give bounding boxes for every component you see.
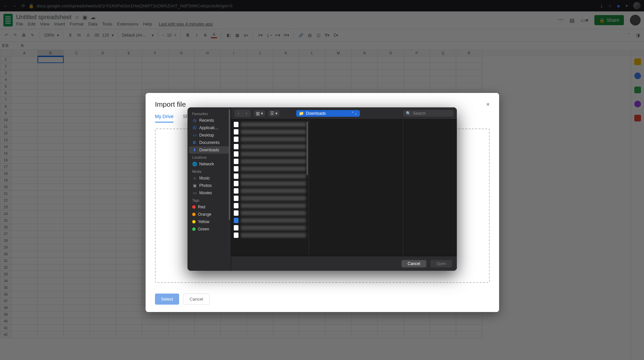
cell[interactable] <box>116 224 142 231</box>
undo-icon[interactable]: ↶ <box>3 33 9 38</box>
row-header[interactable]: 5 <box>0 83 11 90</box>
italic-icon[interactable]: I <box>194 33 200 38</box>
row-header[interactable]: 25 <box>0 217 11 224</box>
row-header[interactable]: 23 <box>0 204 11 211</box>
cell[interactable] <box>11 305 38 311</box>
cell[interactable] <box>90 83 116 90</box>
star-icon[interactable]: ☆ <box>608 3 612 8</box>
cell[interactable] <box>64 150 90 157</box>
cell[interactable] <box>299 325 325 331</box>
finder-file-row[interactable] <box>232 180 308 187</box>
last-edit-link[interactable]: Last edit was 4 minutes ago <box>159 21 213 27</box>
comments-icon[interactable]: ▤ <box>570 17 575 23</box>
cell[interactable] <box>90 90 116 97</box>
menu-data[interactable]: Data <box>88 21 97 27</box>
cell[interactable] <box>38 238 64 244</box>
cell[interactable] <box>404 331 430 338</box>
row-header[interactable]: 26 <box>0 224 11 231</box>
cell[interactable] <box>64 197 90 204</box>
cell[interactable] <box>247 63 273 70</box>
cell[interactable] <box>38 197 64 204</box>
row-header[interactable]: 1 <box>0 56 11 63</box>
cell[interactable] <box>352 76 378 83</box>
cell[interactable] <box>38 144 64 150</box>
cell[interactable] <box>116 170 142 177</box>
row-header[interactable]: 24 <box>0 211 11 217</box>
row-header[interactable]: 4 <box>0 76 11 83</box>
cell[interactable] <box>11 258 38 264</box>
row-header[interactable]: 10 <box>0 117 11 123</box>
cell[interactable] <box>90 197 116 204</box>
menu-edit[interactable]: Edit <box>28 21 35 27</box>
cell[interactable] <box>11 211 38 217</box>
cell[interactable] <box>116 191 142 197</box>
cell[interactable] <box>90 311 116 318</box>
cell[interactable] <box>11 224 38 231</box>
import-tab-my-drive[interactable]: My Drive <box>155 114 173 122</box>
cell[interactable] <box>38 264 64 271</box>
cell[interactable] <box>456 70 482 76</box>
cell[interactable] <box>90 325 116 331</box>
cell[interactable] <box>11 291 38 298</box>
cell[interactable] <box>11 177 38 184</box>
cell[interactable] <box>168 83 195 90</box>
cloud-status-icon[interactable]: ☁ <box>91 14 96 20</box>
cell[interactable] <box>404 63 430 70</box>
merge-icon[interactable]: ⧈▾ <box>243 33 249 38</box>
cell[interactable] <box>90 123 116 130</box>
row-header[interactable]: 17 <box>0 164 11 170</box>
cell[interactable] <box>116 56 142 63</box>
activity-icon[interactable]: 〰 <box>558 17 564 23</box>
col-header-O[interactable]: O <box>378 50 404 56</box>
finder-file-row[interactable] <box>232 202 308 209</box>
cell[interactable] <box>430 325 456 331</box>
functions-icon[interactable]: Σ▾ <box>333 33 339 38</box>
cell[interactable] <box>90 184 116 191</box>
cell[interactable] <box>116 83 142 90</box>
cell[interactable] <box>195 76 221 83</box>
cell[interactable] <box>142 63 168 70</box>
cell[interactable] <box>11 238 38 244</box>
cell[interactable] <box>116 130 142 137</box>
finder-file-row[interactable] <box>232 143 308 150</box>
cell[interactable] <box>116 278 142 285</box>
cell[interactable] <box>352 63 378 70</box>
cell[interactable] <box>221 318 247 325</box>
finder-file-row[interactable] <box>232 232 308 239</box>
cell[interactable] <box>299 311 325 318</box>
cell[interactable] <box>64 63 90 70</box>
finder-file-row[interactable] <box>232 224 308 232</box>
paintformat-icon[interactable]: ✎ <box>30 33 36 38</box>
cell[interactable] <box>378 83 404 90</box>
percent-format[interactable]: % <box>76 33 82 38</box>
cell[interactable] <box>90 144 116 150</box>
row-header[interactable]: 2 <box>0 63 11 70</box>
cell[interactable] <box>64 70 90 76</box>
cell[interactable] <box>299 83 325 90</box>
cell[interactable] <box>64 224 90 231</box>
cell[interactable] <box>11 251 38 258</box>
cell[interactable] <box>90 258 116 264</box>
cell[interactable] <box>116 197 142 204</box>
cell[interactable] <box>378 56 404 63</box>
forward-icon[interactable]: → <box>12 3 17 8</box>
cell[interactable] <box>64 177 90 184</box>
cell[interactable] <box>11 217 38 224</box>
cell[interactable] <box>116 70 142 76</box>
cell[interactable] <box>247 70 273 76</box>
col-header-R[interactable]: R <box>456 50 482 56</box>
cell[interactable] <box>168 63 195 70</box>
cell[interactable] <box>299 76 325 83</box>
chevron-down-icon[interactable]: ▾ <box>152 33 154 38</box>
cell[interactable] <box>90 70 116 76</box>
cell[interactable] <box>64 217 90 224</box>
cell[interactable] <box>352 56 378 63</box>
cell[interactable] <box>11 63 38 70</box>
finder-open-button[interactable]: Open <box>430 260 452 267</box>
cell[interactable] <box>64 56 90 63</box>
cell[interactable] <box>221 325 247 331</box>
cell[interactable] <box>38 177 64 184</box>
finder-sidebar-item-orange[interactable]: Orange <box>189 211 229 218</box>
finder-group-by[interactable]: ☰ ▾ <box>268 110 279 117</box>
doc-title[interactable]: Untitled spreadsheet <box>16 14 71 21</box>
